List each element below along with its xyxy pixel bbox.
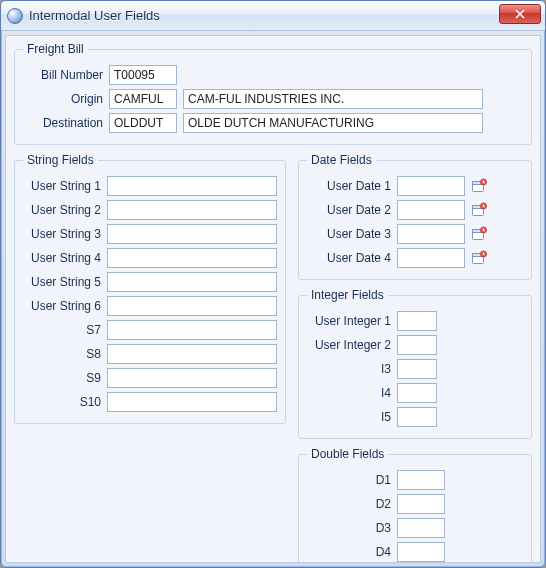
destination-label: Destination (23, 116, 109, 130)
app-icon (7, 8, 23, 24)
i5-input[interactable] (397, 407, 437, 427)
date-picker-button[interactable] (471, 178, 487, 194)
destination-code-input[interactable] (109, 113, 177, 133)
s10-input[interactable] (107, 392, 277, 412)
title-bar[interactable]: Intermodal User Fields (1, 1, 545, 31)
d4-input[interactable] (397, 542, 445, 562)
user-integer-1-input[interactable] (397, 311, 437, 331)
freight-bill-legend: Freight Bill (23, 42, 88, 56)
calendar-icon (471, 202, 487, 218)
user-string-6-input[interactable] (107, 296, 277, 316)
origin-desc-input[interactable] (183, 89, 483, 109)
calendar-icon (471, 250, 487, 266)
date-picker-button[interactable] (471, 226, 487, 242)
int-label: User Integer 1 (307, 314, 397, 328)
user-string-3-input[interactable] (107, 224, 277, 244)
string-label: S9 (23, 371, 107, 385)
string-label: User String 3 (23, 227, 107, 241)
d1-input[interactable] (397, 470, 445, 490)
close-icon (515, 9, 525, 19)
i3-input[interactable] (397, 359, 437, 379)
user-date-4-input[interactable] (397, 248, 465, 268)
date-fields-group: Date Fields User Date 1 User Date 2 User… (298, 153, 532, 280)
string-label: User String 5 (23, 275, 107, 289)
destination-desc-input[interactable] (183, 113, 483, 133)
string-fields-group: String Fields User String 1 User String … (14, 153, 286, 424)
user-string-4-input[interactable] (107, 248, 277, 268)
date-label: User Date 4 (307, 251, 397, 265)
origin-label: Origin (23, 92, 109, 106)
string-fields-legend: String Fields (23, 153, 98, 167)
user-string-2-input[interactable] (107, 200, 277, 220)
date-label: User Date 3 (307, 227, 397, 241)
int-label: I4 (307, 386, 397, 400)
int-label: I3 (307, 362, 397, 376)
integer-fields-group: Integer Fields User Integer 1 User Integ… (298, 288, 532, 439)
i4-input[interactable] (397, 383, 437, 403)
bill-number-label: Bill Number (23, 68, 109, 82)
string-label: S7 (23, 323, 107, 337)
user-string-1-input[interactable] (107, 176, 277, 196)
d2-input[interactable] (397, 494, 445, 514)
date-picker-button[interactable] (471, 250, 487, 266)
client-area: Freight Bill Bill Number Origin Destinat… (5, 35, 541, 563)
int-label: I5 (307, 410, 397, 424)
user-date-1-input[interactable] (397, 176, 465, 196)
double-fields-group: Double Fields D1 D2 D3 D4 D5 (298, 447, 532, 563)
s9-input[interactable] (107, 368, 277, 388)
user-date-2-input[interactable] (397, 200, 465, 220)
d3-input[interactable] (397, 518, 445, 538)
string-label: S10 (23, 395, 107, 409)
calendar-icon (471, 178, 487, 194)
string-label: User String 6 (23, 299, 107, 313)
integer-fields-legend: Integer Fields (307, 288, 388, 302)
double-fields-legend: Double Fields (307, 447, 388, 461)
string-label: User String 4 (23, 251, 107, 265)
dbl-label: D1 (307, 473, 397, 487)
date-label: User Date 2 (307, 203, 397, 217)
freight-bill-group: Freight Bill Bill Number Origin Destinat… (14, 42, 532, 145)
date-label: User Date 1 (307, 179, 397, 193)
date-fields-legend: Date Fields (307, 153, 376, 167)
bill-number-input[interactable] (109, 65, 177, 85)
user-string-5-input[interactable] (107, 272, 277, 292)
dbl-label: D4 (307, 545, 397, 559)
string-label: User String 2 (23, 203, 107, 217)
s8-input[interactable] (107, 344, 277, 364)
user-integer-2-input[interactable] (397, 335, 437, 355)
string-label: User String 1 (23, 179, 107, 193)
window-title: Intermodal User Fields (29, 8, 160, 23)
calendar-icon (471, 226, 487, 242)
date-picker-button[interactable] (471, 202, 487, 218)
s7-input[interactable] (107, 320, 277, 340)
close-button[interactable] (499, 4, 541, 24)
origin-code-input[interactable] (109, 89, 177, 109)
int-label: User Integer 2 (307, 338, 397, 352)
string-label: S8 (23, 347, 107, 361)
window-frame: Intermodal User Fields Freight Bill Bill… (0, 0, 546, 568)
user-date-3-input[interactable] (397, 224, 465, 244)
dbl-label: D2 (307, 497, 397, 511)
dbl-label: D3 (307, 521, 397, 535)
